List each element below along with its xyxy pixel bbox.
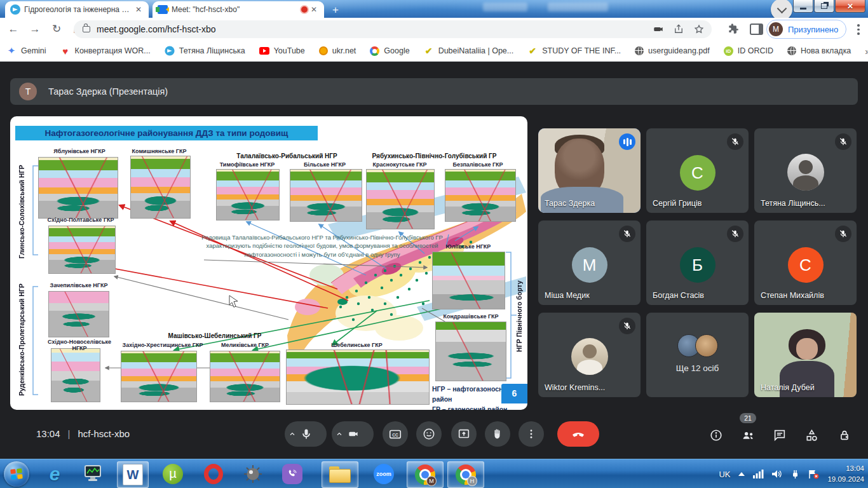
mic-off-icon	[727, 226, 743, 242]
hidden-icons-chevron-icon[interactable]	[738, 472, 745, 476]
participant-tile-serhii[interactable]: C Сергій Гриців	[646, 128, 749, 213]
tab-close-icon[interactable]: ✕	[133, 4, 144, 15]
participant-tile-misha[interactable]: M Міша Медик	[538, 220, 641, 305]
participant-tile-stepan[interactable]: C Степан Михайлів	[754, 220, 857, 305]
bookmark-newtab[interactable]: Нова вкладка	[787, 46, 851, 55]
bookmark-convert[interactable]: ♥Конвертация WOR...	[60, 46, 151, 56]
present-icon	[457, 427, 471, 441]
taskbar-explorer[interactable]	[322, 461, 358, 488]
taskbar-viber[interactable]	[278, 461, 306, 487]
cross-section-thumb	[48, 291, 109, 337]
utorrent-icon: µ	[163, 464, 183, 484]
volume-icon[interactable]	[772, 470, 782, 478]
section-label: Більське НГКР	[287, 161, 362, 168]
taskbar-minesweeper[interactable]	[239, 461, 267, 487]
meet-control-bar: 13:04 | hcf-hsct-xbo CC	[0, 412, 868, 459]
maximize-button[interactable]	[814, 0, 834, 13]
minimize-button[interactable]	[793, 0, 813, 13]
taskbar-clock[interactable]: 13:04 19.09.2024	[827, 463, 864, 484]
camera-in-use-icon[interactable]	[651, 22, 666, 37]
browser-tab-telegram[interactable]: Гідрогеологія та інженерна гео ✕	[5, 1, 149, 18]
power-plug-icon[interactable]	[790, 470, 800, 479]
section-label: Безпалівське ГКР	[440, 161, 516, 168]
show-people-button[interactable]	[740, 427, 756, 444]
bookmark-orcid[interactable]: iDID ORCID	[724, 46, 773, 56]
share-icon[interactable]	[671, 22, 686, 37]
back-button[interactable]: ←	[5, 21, 22, 37]
taskbar-opera[interactable]	[200, 461, 227, 487]
activities-button[interactable]	[803, 427, 820, 444]
url-text[interactable]: meet.google.com/hcf-hsct-xbo	[97, 24, 651, 34]
browser-tab-meet[interactable]: Meet: "hcf-hsct-xbo" ✕	[153, 1, 324, 18]
participant-tile-tetiana[interactable]: Тетяна Ліщинсь...	[754, 128, 857, 213]
bookmark-star-icon[interactable]	[691, 22, 707, 37]
bookmark-study[interactable]: ✔STUDY OF THE INF...	[527, 46, 621, 56]
taskbar-word[interactable]: W	[117, 461, 149, 488]
host-controls-button[interactable]	[836, 427, 853, 444]
taskbar-utorrent[interactable]: µ	[159, 461, 187, 487]
network-signal-icon[interactable]	[753, 470, 764, 478]
avatar: C	[788, 247, 824, 283]
section-label: Західно-Хрестищинське ГКР	[122, 342, 203, 348]
leave-call-button[interactable]	[557, 421, 599, 447]
close-button[interactable]: ✕	[835, 0, 865, 13]
people-icon	[741, 428, 756, 443]
participant-tile-taras[interactable]: Тарас Здерка	[538, 128, 641, 213]
mic-button[interactable]	[285, 421, 327, 447]
heart-icon: ♥	[60, 46, 71, 56]
more-options-button[interactable]	[519, 421, 544, 447]
extensions-icon[interactable]	[727, 23, 740, 36]
participant-name: Степан Михайлів	[761, 291, 824, 300]
participant-name: Наталія Дубей	[761, 383, 815, 392]
bookmark-gemini[interactable]: ✦Gemini	[6, 46, 46, 56]
captions-icon: CC	[388, 427, 402, 441]
browser-menu-button[interactable]	[857, 22, 860, 37]
reactions-button[interactable]	[416, 421, 442, 447]
raise-hand-button[interactable]	[485, 421, 510, 447]
profile-button[interactable]: M Призупинено	[766, 20, 846, 39]
action-center-flag-icon[interactable]	[808, 470, 819, 479]
hand-icon	[491, 428, 504, 440]
taskbar-chrome-profile-h[interactable]: H	[447, 461, 484, 488]
reload-button[interactable]: ↻	[48, 21, 65, 37]
camera-button[interactable]	[332, 421, 374, 447]
slide-page-number: 6	[501, 384, 527, 403]
chevron-down-icon	[776, 3, 787, 13]
present-button[interactable]	[451, 421, 477, 447]
bookmark-ukrnet[interactable]: ukr.net	[319, 46, 356, 55]
mic-options-chevron-icon[interactable]	[285, 430, 300, 438]
new-tab-button[interactable]: +	[329, 4, 342, 17]
bookmark-google[interactable]: Google	[370, 46, 409, 56]
start-button[interactable]	[4, 461, 29, 487]
address-bar[interactable]: meet.google.com/hcf-hsct-xbo	[74, 20, 712, 38]
presenter-avatar: T	[19, 83, 37, 100]
participant-tile-wiktor[interactable]: Wiktor Kremins...	[538, 313, 641, 397]
camera-options-chevron-icon[interactable]	[332, 430, 347, 438]
section-label: Яблунівське НГКР	[38, 148, 121, 154]
bookmarks-overflow-button[interactable]: »	[865, 46, 868, 57]
captions-button[interactable]: CC	[383, 421, 408, 447]
participant-tile-nataliia[interactable]: Наталія Дубей	[754, 313, 857, 397]
section-label: Зачепилівське НГКР	[46, 282, 112, 288]
taskbar-resource-monitor[interactable]	[79, 461, 107, 487]
bookmarks-bar: ✦Gemini ♥Конвертация WOR... Тетяна Ліщин…	[0, 41, 868, 62]
shared-presentation-slide[interactable]: Нафтогазогеологічне районування ДДЗ та т…	[10, 116, 527, 410]
tray-date: 19.09.2024	[827, 474, 864, 485]
side-panel-icon[interactable]	[750, 24, 763, 35]
taskbar-zoom[interactable]: zoom	[370, 461, 398, 487]
chat-button[interactable]	[771, 427, 788, 444]
taskbar-chrome-profile-m[interactable]: M	[407, 461, 444, 488]
taskbar-internet-explorer[interactable]: e	[41, 461, 69, 487]
cross-section-thumb	[130, 156, 191, 219]
bookmark-telegram[interactable]: Тетяна Ліщинська	[165, 46, 245, 56]
participant-tile-bohdan[interactable]: Б Богдан Стасів	[646, 220, 749, 305]
bookmark-userguide[interactable]: userguideang.pdf	[635, 46, 710, 55]
language-indicator[interactable]: UK	[719, 470, 730, 479]
participant-tile-more[interactable]: Ще 12 осіб	[646, 313, 749, 397]
group-label: Машівсько-Шебелинський ГР	[168, 332, 262, 340]
bookmark-dubei[interactable]: ✔DubeiNataliia | Ope...	[424, 46, 514, 56]
bookmark-youtube[interactable]: YouTube	[259, 46, 305, 55]
meeting-details-button[interactable]	[708, 427, 724, 444]
tab-close-icon[interactable]: ✕	[309, 4, 319, 15]
forward-button[interactable]: →	[27, 21, 43, 37]
